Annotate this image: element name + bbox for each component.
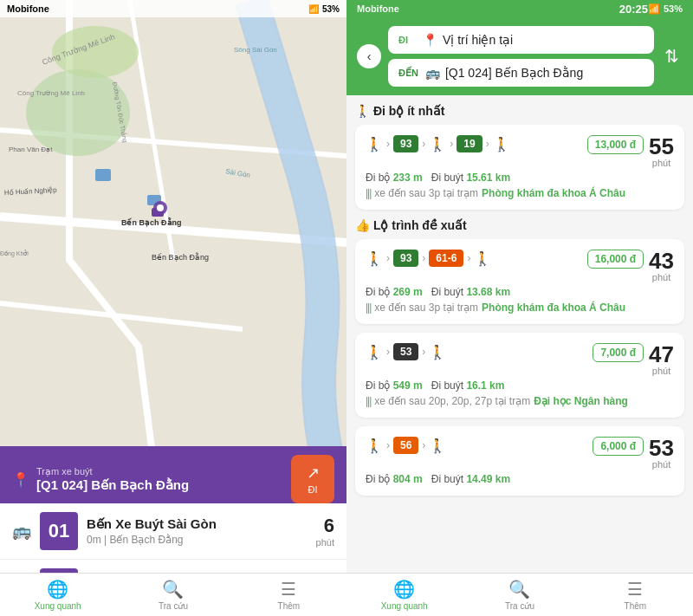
back-button[interactable]: ‹ <box>357 44 381 68</box>
nav-tra-cuu-label-right: Tra cứu <box>505 601 534 611</box>
nav-tra-cuu-left[interactable]: 🔍 Tra cứu <box>115 574 230 616</box>
bus-destination-icon: 🚌 <box>425 66 440 80</box>
route-wait-1: ||| xe đến sau 3p tại trạm Phòng khám đa… <box>366 187 674 199</box>
left-panel: Công Trường Mê Linh Công Trường Mê Linh … <box>0 0 346 616</box>
battery-text: 53% <box>322 4 340 14</box>
section-title-suggest: 👍 Lộ trình đề xuất <box>355 218 684 232</box>
arrow-s2b: › <box>422 346 425 358</box>
bus-minutes-01: 6 <box>316 515 334 537</box>
bottom-nav-right: 🌐 Xung quanh 🔍 Tra cứu ☰ Thêm <box>346 573 693 616</box>
bus-badge-19: 19 <box>457 135 482 152</box>
go-label: ĐI <box>308 484 318 495</box>
arrow-icon-4: › <box>486 138 489 150</box>
to-label: ĐẾN <box>398 68 418 79</box>
bus-dist-s3: 14.49 km <box>466 473 510 485</box>
price-badge-s2: 7,000 đ <box>593 343 644 362</box>
route-header: ‹ ĐI 📍 Vị trí hiện tại ĐẾN 🚌 [Q1 024] Bế… <box>346 17 693 95</box>
route-steps-s3: 🚶 › 56 › 🚶 <box>366 437 446 454</box>
nav-xung-quanh-right[interactable]: 🌐 Xung quanh <box>346 574 462 616</box>
share-icon: ↗ <box>307 464 320 483</box>
walk-icon-s1b: 🚶 <box>474 250 491 267</box>
route-detail-s1: Đi bộ 269 m Đi buýt 13.68 km <box>366 286 674 298</box>
station-link-s2: Đại học Ngân hàng <box>534 395 628 407</box>
route-steps-s1: 🚶 › 93 › 61-6 › 🚶 <box>366 250 491 267</box>
bus-stop-01: 0m | Bến Bạch Đằng <box>87 534 316 546</box>
signal-icon-right: 📶 <box>648 3 660 15</box>
arrow-s1b: › <box>422 252 425 264</box>
wait-info-1: xe đến sau 3p tại trạm <box>374 187 478 199</box>
svg-text:Phan Văn Đạt: Phan Văn Đạt <box>9 146 53 153</box>
globe-icon-right: 🌐 <box>393 579 415 600</box>
minutes-1: 55 <box>649 135 674 158</box>
price-badge-1: 13,000 đ <box>587 135 644 154</box>
bus-badge-61-6: 61-6 <box>429 250 463 267</box>
walk-icon-2: 🚶 <box>429 136 446 152</box>
nav-them-right[interactable]: ☰ Thêm <box>578 574 693 616</box>
route-detail-s3: Đi bộ 804 m Đi buýt 14.49 km <box>366 473 674 485</box>
menu-icon-left: ☰ <box>281 579 296 600</box>
route-card-suggest-1[interactable]: 🚶 › 93 › 61-6 › 🚶 16,000 đ 43 phút <box>355 239 684 324</box>
svg-text:Sông Sài Gòn: Sông Sài Gòn <box>234 46 277 54</box>
minutes-s1: 43 <box>649 250 674 272</box>
nav-them-label-right: Thêm <box>625 601 647 611</box>
bus-stop-location-icon: 📍 <box>12 471 29 488</box>
nav-tra-cuu-label-left: Tra cứu <box>159 601 188 611</box>
walk-dist-s2: 549 m <box>393 379 423 392</box>
walk-icon-s1a: 🚶 <box>366 250 383 267</box>
nav-xung-quanh-label-right: Xung quanh <box>381 601 428 611</box>
carrier-text-right: Mobifone <box>357 3 619 14</box>
status-icons-right: 📶 53% <box>648 3 683 15</box>
route-card-suggest-3[interactable]: 🚶 › 56 › 🚶 6,000 đ 53 phút <box>355 426 684 496</box>
walk-icon-s2b: 🚶 <box>429 344 446 360</box>
from-label: ĐI <box>398 35 416 45</box>
bus-dist-s2: 16.1 km <box>466 379 504 392</box>
section-title-walk: 🚶 Đi bộ ít nhất <box>355 104 684 118</box>
back-chevron-icon: ‹ <box>367 49 372 63</box>
to-text: [Q1 024] Bến Bạch Đằng <box>445 66 644 80</box>
arrow-s3a: › <box>386 439 390 451</box>
bus-number-badge-01: 01 <box>40 512 78 550</box>
bus-time-01: 6 phút <box>316 515 334 548</box>
search-icon-left: 🔍 <box>162 579 184 600</box>
walk-dist-1: 233 m <box>393 172 423 184</box>
bus-stop-name: [Q1 024] Bến Bạch Đằng <box>36 477 291 493</box>
bus-stop-type-label: Trạm xe buýt <box>36 466 291 477</box>
go-button[interactable]: ↗ ĐI <box>291 455 334 503</box>
route-card-walk-1[interactable]: 🚶 › 93 › 🚶 › 19 › 🚶 13,000 đ 55 <box>355 125 684 210</box>
station-link-s1: Phòng khám đa khoa Á Châu <box>482 302 625 314</box>
bus-badge-56: 56 <box>393 437 418 454</box>
nav-xung-quanh-label-left: Xung quanh <box>35 601 81 611</box>
arrow-icon-3: › <box>450 138 453 150</box>
wait-info-s1: xe đến sau 3p tại trạm <box>374 302 478 314</box>
wait-bars-icon-s2: ||| <box>366 395 371 407</box>
route-card-suggest-2[interactable]: 🚶 › 53 › 🚶 7,000 đ 47 phút <box>355 333 684 418</box>
bus-name-01: Bến Xe Buýt Sài Gòn <box>87 516 316 532</box>
walk-icon-s3a: 🚶 <box>366 438 383 454</box>
battery-text-right: 53% <box>664 3 683 14</box>
bus-icon-01: 🚌 <box>12 522 31 541</box>
wait-bars-icon-s1: ||| <box>366 302 371 314</box>
location-pin-icon: 📍 <box>423 33 437 47</box>
arrow-icon-2: › <box>422 138 425 150</box>
swap-button[interactable]: ⇅ <box>661 42 683 70</box>
unit-s3: phút <box>649 459 674 470</box>
nav-them-left[interactable]: ☰ Thêm <box>231 574 346 616</box>
price-badge-s1: 16,000 đ <box>587 250 644 269</box>
nav-tra-cuu-right[interactable]: 🔍 Tra cứu <box>462 574 577 616</box>
price-badge-s3: 6,000 đ <box>593 437 644 456</box>
search-icon-right: 🔍 <box>508 579 530 600</box>
walk-icon-s3b: 🚶 <box>429 438 446 454</box>
station-link-1: Phòng khám đa khoa Á Châu <box>482 187 625 199</box>
bus-dist-1: 15.61 km <box>466 172 510 184</box>
route-steps-s2: 🚶 › 53 › 🚶 <box>366 343 446 360</box>
nav-xung-quanh-left[interactable]: 🌐 Xung quanh <box>0 574 115 616</box>
bus-unit-01: phút <box>316 537 334 548</box>
routes-scroll[interactable]: 🚶 Đi bộ ít nhất 🚶 › 93 › 🚶 › 19 › 🚶 <box>346 95 693 573</box>
arrow-s3b: › <box>422 439 425 451</box>
unit-s1: phút <box>649 272 674 282</box>
bus-item-01[interactable]: 🚌 01 Bến Xe Buýt Sài Gòn 0m | Bến Bạch Đ… <box>0 503 346 560</box>
wait-info-s2: xe đến sau 20p, 20p, 27p tại trạm <box>374 395 530 407</box>
status-bar-left: Mobifone 📶 53% <box>0 0 346 17</box>
svg-text:Bến Bạch Đằng: Bến Bạch Đằng <box>121 217 182 227</box>
arrow-s1a: › <box>386 252 390 264</box>
